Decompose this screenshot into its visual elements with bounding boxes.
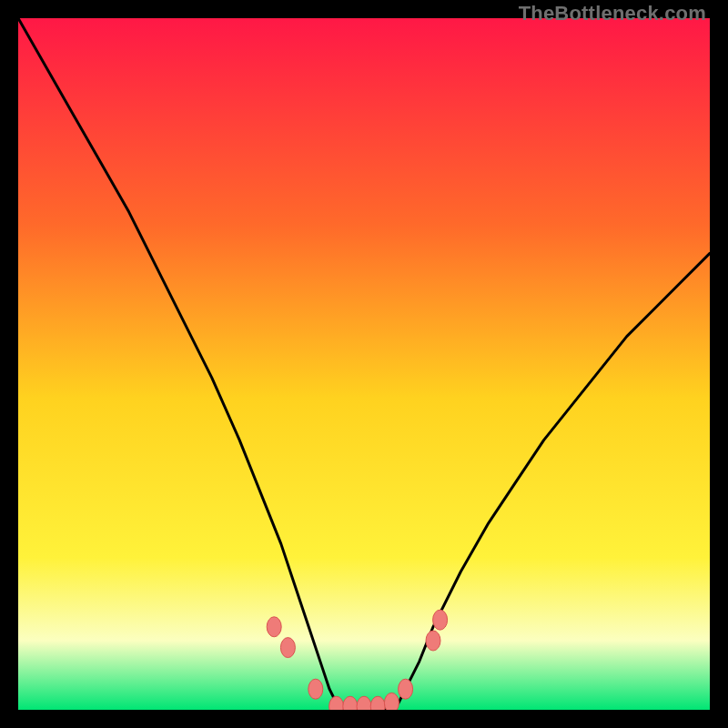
watermark-text: TheBottleneck.com — [519, 2, 706, 25]
curve-marker — [433, 610, 448, 630]
curve-marker — [426, 631, 440, 651]
curve-marker — [267, 617, 281, 637]
curve-marker — [308, 679, 323, 699]
curve-marker — [280, 638, 295, 658]
chart-frame — [18, 18, 710, 710]
curve-marker — [399, 679, 413, 699]
bottleneck-chart — [18, 18, 710, 710]
curve-marker — [384, 693, 399, 710]
